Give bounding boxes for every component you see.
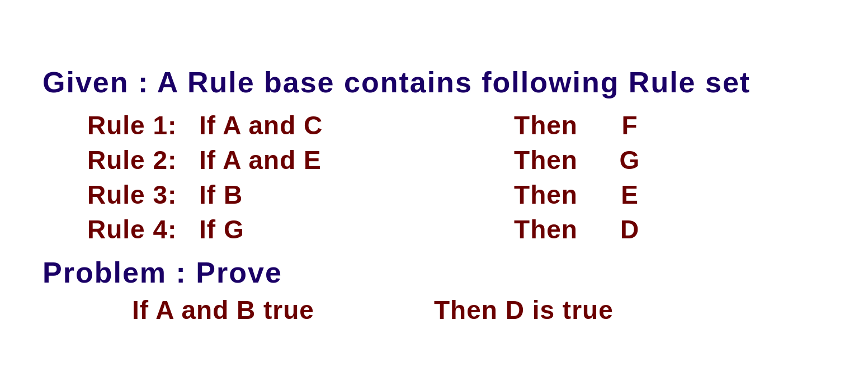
- rule-1-label: Rule 1:: [87, 110, 199, 140]
- given-line: Given : A Rule base contains following R…: [43, 65, 825, 99]
- rule-3-condition: If B: [199, 180, 490, 210]
- rule-row-4: Rule 4: If G Then D: [87, 214, 825, 245]
- rule-4-label: Rule 4:: [87, 214, 199, 245]
- problem-then: Then: [434, 295, 498, 325]
- problem-detail: If A and B true Then D is true: [132, 295, 825, 325]
- rule-2-result: G: [602, 145, 658, 175]
- problem-conclusion: Then D is true: [434, 295, 825, 325]
- rule-2-condition: If A and E: [199, 145, 490, 175]
- rule-4-condition: If G: [199, 214, 490, 245]
- rule-2-then: Then: [490, 145, 602, 175]
- problem-line: Problem : Prove: [43, 256, 825, 289]
- main-content: Given : A Rule base contains following R…: [20, 54, 848, 336]
- rule-2-label: Rule 2:: [87, 145, 199, 175]
- given-text: A Rule base contains following Rule set: [157, 66, 751, 98]
- given-colon: :: [138, 66, 149, 98]
- rules-section: Rule 1: If A and C Then F Rule 2: If A a…: [87, 110, 825, 245]
- rule-row-2: Rule 2: If A and E Then G: [87, 145, 825, 175]
- rule-3-label: Rule 3:: [87, 180, 199, 210]
- rule-3-result: E: [602, 180, 658, 210]
- rule-4-then: Then: [490, 214, 602, 245]
- problem-prove: Prove: [196, 256, 282, 289]
- problem-label: Problem: [43, 256, 167, 289]
- problem-result: D is true: [506, 295, 614, 325]
- problem-colon: :: [176, 256, 196, 289]
- problem-condition: If A and B true: [132, 295, 434, 325]
- given-label: Given: [43, 66, 129, 98]
- rule-4-result: D: [602, 214, 658, 245]
- rule-1-result: F: [602, 110, 658, 140]
- rule-1-condition: If A and C: [199, 110, 490, 140]
- rule-3-then: Then: [490, 180, 602, 210]
- rule-row-1: Rule 1: If A and C Then F: [87, 110, 825, 140]
- rule-row-3: Rule 3: If B Then E: [87, 180, 825, 210]
- rule-1-then: Then: [490, 110, 602, 140]
